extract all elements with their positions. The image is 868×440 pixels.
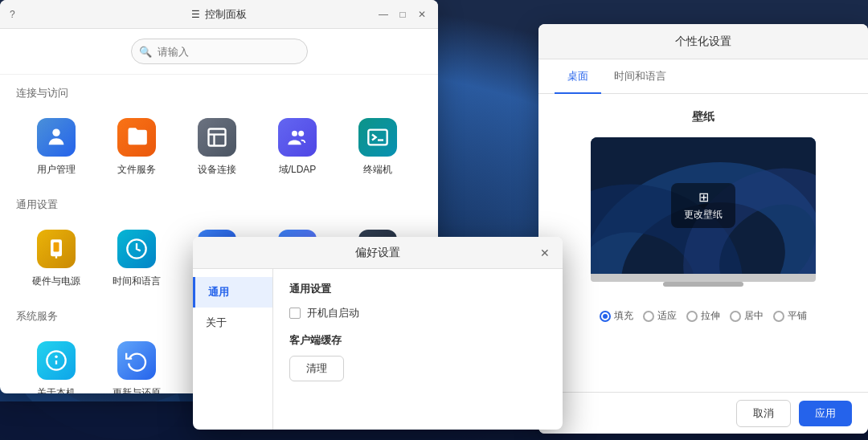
change-wallpaper-button[interactable]: ⊞ 更改壁纸: [671, 183, 735, 228]
wallpaper-screen: ⊞ 更改壁纸: [591, 137, 816, 274]
clear-cache-button[interactable]: 清理: [289, 356, 344, 381]
control-panel-title: ☰ 控制面板: [191, 7, 247, 22]
svg-point-8: [292, 131, 297, 136]
option-fill[interactable]: 填充: [600, 309, 633, 323]
radio-center[interactable]: [730, 311, 741, 322]
wallpaper-options: 填充 适应 拉伸 居中 平铺: [555, 299, 852, 332]
about-icon: [37, 341, 76, 380]
pref-nav-about[interactable]: 关于: [193, 308, 272, 338]
startup-checkbox[interactable]: [289, 308, 301, 319]
cp-label-hardware: 硬件与电源: [32, 275, 80, 288]
cp-label-terminal: 终端机: [363, 163, 392, 177]
preferences-sidebar: 通用 关于: [193, 269, 273, 430]
preferences-dialog: 偏好设置 ✕ 通用 关于 通用设置 开机自启动 客户端缓存 清理: [193, 237, 563, 430]
change-wallpaper-label: 更改壁纸: [684, 208, 723, 222]
radio-tile[interactable]: [773, 311, 784, 322]
time-lang-icon: [117, 230, 156, 268]
search-icon: 🔍: [139, 46, 152, 58]
apply-button[interactable]: 应用: [799, 401, 852, 426]
cp-label-update: 更新与还原: [113, 386, 161, 393]
wallpaper-preview: ⊞ 更改壁纸: [591, 137, 816, 287]
cp-item-terminal[interactable]: 终端机: [338, 108, 418, 186]
personalization-panel: 个性化设置 桌面 时间和语言 壁纸 ⊞ 更改壁纸: [538, 24, 868, 434]
option-fit[interactable]: 适应: [643, 309, 677, 323]
preferences-main: 通用设置 开机自启动 客户端缓存 清理: [273, 269, 563, 430]
preferences-titlebar: 偏好设置 ✕: [193, 237, 563, 269]
cp-item-device-connect[interactable]: 设备连接: [177, 108, 257, 186]
personalization-footer: 取消 应用: [538, 392, 868, 434]
cp-item-about[interactable]: 关于本机: [16, 332, 96, 393]
connect-grid: 用户管理 文件服务 设备连接 域/LDAP: [16, 108, 422, 186]
help-icon[interactable]: ?: [10, 9, 15, 20]
pref-cache-title: 客户端缓存: [289, 333, 547, 348]
label-stretch: 拉伸: [701, 309, 720, 323]
section-title-connect: 连接与访问: [16, 75, 422, 108]
svg-rect-14: [54, 242, 59, 252]
maximize-button[interactable]: □: [396, 8, 409, 21]
control-panel-titlebar: ? ☰ 控制面板 — □ ✕: [0, 0, 438, 29]
label-fit: 适应: [657, 309, 677, 323]
ldap-icon: [278, 118, 317, 157]
close-button[interactable]: ✕: [416, 8, 428, 21]
terminal-icon: [358, 118, 397, 157]
tab-time-lang[interactable]: 时间和语言: [601, 59, 679, 93]
cp-label-ldap: 域/LDAP: [279, 163, 317, 177]
cp-item-time-lang[interactable]: 时间和语言: [96, 220, 177, 298]
device-connect-icon: [198, 118, 236, 157]
option-center[interactable]: 居中: [730, 309, 764, 323]
svg-rect-5: [209, 129, 226, 146]
cp-label-device-connect: 设备连接: [198, 163, 236, 177]
user-mgmt-icon: [37, 118, 76, 157]
personalization-title: 个性化设置: [675, 35, 731, 49]
hardware-icon: [37, 230, 76, 268]
label-fill: 填充: [614, 309, 633, 323]
radio-stretch[interactable]: [686, 311, 698, 322]
cp-item-hardware[interactable]: 硬件与电源: [16, 220, 96, 298]
change-wallpaper-icon: ⊞: [698, 189, 709, 205]
update-icon: [117, 341, 156, 380]
option-stretch[interactable]: 拉伸: [686, 309, 720, 323]
label-center: 居中: [744, 309, 764, 323]
svg-rect-10: [368, 130, 387, 145]
svg-point-9: [298, 131, 304, 136]
pref-general-title: 通用设置: [289, 282, 547, 296]
file-svc-icon: [117, 118, 156, 157]
section-title-general: 通用设置: [16, 186, 422, 220]
window-controls: — □ ✕: [377, 8, 428, 21]
cp-item-user-mgmt[interactable]: 用户管理: [16, 108, 96, 186]
preferences-body: 通用 关于 通用设置 开机自启动 客户端缓存 清理: [193, 269, 563, 430]
cp-item-ldap[interactable]: 域/LDAP: [257, 108, 338, 186]
cp-label-time-lang: 时间和语言: [113, 275, 161, 288]
svg-point-4: [52, 129, 59, 136]
cp-item-update[interactable]: 更新与还原: [96, 332, 177, 393]
title-icon: ☰: [191, 9, 200, 20]
cp-label-file-svc: 文件服务: [117, 163, 156, 177]
search-area: 🔍: [0, 29, 438, 75]
monitor-base: [663, 282, 743, 287]
radio-fill[interactable]: [600, 311, 611, 322]
preferences-title: 偏好设置: [355, 246, 400, 260]
cp-item-file-svc[interactable]: 文件服务: [96, 108, 177, 186]
wallpaper-title: 壁纸: [555, 110, 852, 124]
personalization-content: 壁纸 ⊞ 更改壁纸 填充: [538, 94, 868, 348]
startup-label: 开机自启动: [307, 306, 359, 320]
startup-row: 开机自启动: [289, 306, 547, 320]
cp-label-about: 关于本机: [37, 386, 76, 393]
cancel-button[interactable]: 取消: [736, 400, 791, 427]
minimize-button[interactable]: —: [377, 8, 390, 21]
tab-desktop[interactable]: 桌面: [555, 59, 601, 93]
personalization-titlebar: 个性化设置: [538, 24, 868, 59]
radio-fit[interactable]: [643, 311, 654, 322]
pref-nav-general[interactable]: 通用: [193, 277, 272, 308]
search-input[interactable]: [131, 39, 308, 64]
option-tile[interactable]: 平铺: [773, 309, 807, 323]
monitor-stand: [591, 274, 816, 282]
personalization-tabs: 桌面 时间和语言: [538, 59, 868, 94]
preferences-close-button[interactable]: ✕: [540, 246, 550, 259]
cp-label-user-mgmt: 用户管理: [37, 163, 76, 177]
label-tile: 平铺: [788, 309, 807, 323]
